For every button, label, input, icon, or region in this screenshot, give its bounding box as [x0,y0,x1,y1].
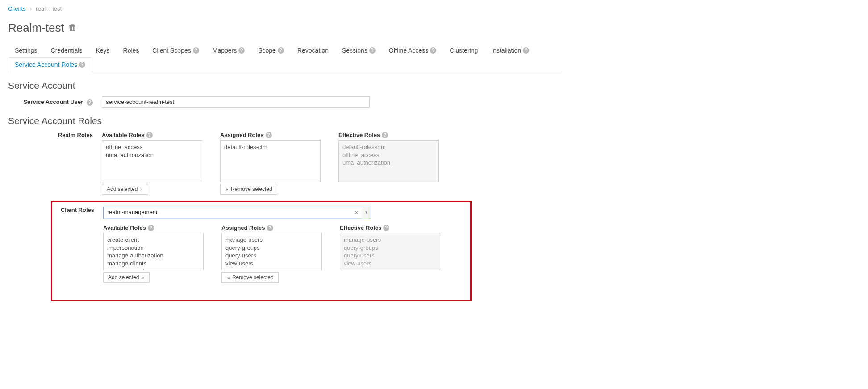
page-title: Realm-test [8,21,860,35]
list-item[interactable]: manage-users [344,236,436,244]
clear-icon[interactable]: ✕ [351,207,362,219]
tab-scope[interactable]: Scope? [251,43,291,58]
page-title-text: Realm-test [8,21,64,35]
realm-assigned-listbox[interactable]: default-roles-ctm [220,140,321,182]
client-assigned-listbox[interactable]: manage-usersquery-groupsquery-usersview-… [221,233,322,270]
tab-roles[interactable]: Roles [117,43,146,58]
breadcrumb-separator: › [30,7,31,12]
tabs: SettingsCredentialsKeysRolesClient Scope… [8,43,562,72]
list-item[interactable]: impersonation [107,244,200,252]
list-item[interactable]: query-groups [225,244,318,252]
list-item[interactable]: manage-users [225,236,318,244]
section-roles-heading: Service Account Roles [8,116,860,126]
breadcrumb: Clients › realm-test [8,5,860,12]
list-item[interactable]: view-users [344,260,436,268]
help-icon[interactable]: ? [369,47,376,54]
client-available-header: Available Roles? [103,224,204,231]
client-effective-header: Effective Roles? [340,224,440,231]
client-roles-select-row: Client Roles realm-management ✕ ▼ [54,207,467,219]
tab-sessions[interactable]: Sessions? [335,43,382,58]
help-icon[interactable]: ? [87,99,93,106]
help-icon[interactable]: ? [383,225,389,231]
list-item[interactable]: view-users [225,260,318,268]
tab-service-account-roles[interactable]: Service Account Roles? [8,57,92,72]
chevron-down-icon[interactable]: ▼ [362,207,371,219]
help-icon[interactable]: ? [267,225,273,231]
help-icon[interactable]: ? [193,47,199,54]
help-icon[interactable]: ? [266,132,272,138]
service-account-user-input[interactable] [102,96,370,108]
tab-keys[interactable]: Keys [89,43,116,58]
label-text: Service Account User [23,99,83,105]
help-icon[interactable]: ? [523,47,529,54]
assigned-roles-header: Assigned Roles? [220,132,321,138]
list-item[interactable]: offline_access [106,143,198,151]
tab-mappers[interactable]: Mappers? [206,43,251,58]
client-select[interactable]: realm-management ✕ ▼ [103,207,371,219]
client-assigned-header: Assigned Roles? [221,224,322,231]
list-item[interactable]: default-roles-ctm [342,143,435,151]
help-icon[interactable]: ? [148,225,154,231]
client-available-listbox[interactable]: create-clientimpersonationmanage-authori… [103,233,204,270]
tab-revocation[interactable]: Revocation [291,43,335,58]
tab-credentials[interactable]: Credentials [44,43,89,58]
help-icon[interactable]: ? [79,62,85,68]
list-item[interactable]: uma_authorization [106,151,198,159]
help-icon[interactable]: ? [382,132,388,138]
tab-client-scopes[interactable]: Client Scopes? [146,43,205,58]
add-selected-button[interactable]: Add selected » [102,184,148,194]
help-icon[interactable]: ? [430,47,436,54]
list-item[interactable]: manage-events [107,267,200,270]
breadcrumb-link-clients[interactable]: Clients [8,5,26,12]
add-selected-button[interactable]: Add selected » [103,272,150,283]
list-item[interactable]: query-groups [344,244,436,252]
tab-installation[interactable]: Installation? [484,43,536,58]
client-effective-listbox: manage-usersquery-groupsquery-usersview-… [340,233,440,270]
client-roles-label: Client Roles [54,207,103,213]
tab-offline-access[interactable]: Offline Access? [382,43,443,58]
list-item[interactable]: create-client [107,236,200,244]
list-item[interactable]: default-roles-ctm [224,143,317,151]
list-item[interactable]: offline_access [342,151,435,159]
list-item[interactable]: manage-clients [107,260,200,268]
realm-roles-row: Realm Roles Available Roles? offline_acc… [8,132,860,194]
help-icon[interactable]: ? [278,47,284,54]
breadcrumb-current: realm-test [36,5,62,12]
client-roles-highlight: Client Roles realm-management ✕ ▼ Availa… [51,201,472,301]
service-account-user-row: Service Account User ? [8,96,860,108]
list-item[interactable]: query-users [344,252,436,260]
tab-settings[interactable]: Settings [8,43,44,58]
available-roles-header: Available Roles? [102,132,202,138]
remove-selected-button[interactable]: « Remove selected [220,184,277,194]
section-service-account-heading: Service Account [8,80,860,91]
tab-clustering[interactable]: Clustering [443,43,484,58]
client-select-value: realm-management [104,207,351,219]
list-item[interactable]: manage-authorization [107,252,200,260]
delete-icon[interactable] [69,21,76,35]
realm-available-listbox[interactable]: offline_accessuma_authorization [102,140,202,182]
client-roles-row: Available Roles? create-clientimpersonat… [54,224,467,283]
list-item[interactable]: query-users [225,252,318,260]
effective-roles-header: Effective Roles? [338,132,439,138]
realm-roles-label: Realm Roles [8,132,102,138]
service-account-user-label: Service Account User ? [8,99,102,106]
realm-effective-listbox: default-roles-ctmoffline_accessuma_autho… [338,140,439,182]
list-item[interactable]: uma_authorization [342,159,435,167]
help-icon[interactable]: ? [238,47,245,54]
help-icon[interactable]: ? [146,132,153,138]
remove-selected-button[interactable]: « Remove selected [221,272,279,283]
